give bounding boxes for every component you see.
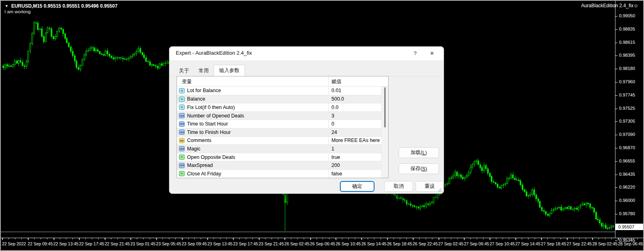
bid-price-badge: 0.95507 bbox=[615, 224, 644, 230]
time-tick bbox=[182, 238, 183, 240]
time-tick bbox=[618, 238, 619, 240]
time-label: 27 Sep 10:45 bbox=[490, 241, 514, 246]
price-tick bbox=[615, 175, 617, 175]
time-tick bbox=[593, 238, 593, 240]
price-label: 0.98395 bbox=[619, 53, 635, 58]
dialog-title: Expert - AuraBlackEdition 2.4_fix bbox=[176, 50, 252, 56]
time-label: 23 Sep 05:45 bbox=[156, 241, 181, 246]
help-button[interactable]: ? bbox=[409, 49, 421, 58]
time-label: 23 Sep 21:45 bbox=[259, 241, 284, 246]
price-label: 0.96870 bbox=[619, 145, 635, 150]
cancel-button[interactable]: 取消 bbox=[384, 181, 413, 192]
param-name: Magic bbox=[187, 146, 328, 152]
price-tick bbox=[615, 82, 617, 82]
load-label-end: ) bbox=[425, 150, 427, 156]
param-value[interactable]: false bbox=[331, 171, 342, 177]
input-params-table: 变量 赋值 ½Lot for Balance0.01½Balance500.0½… bbox=[177, 76, 389, 178]
param-row[interactable]: ~Close At Fridayfalse bbox=[177, 169, 388, 178]
param-value[interactable]: 0 bbox=[331, 121, 334, 127]
time-tick bbox=[362, 238, 362, 240]
time-label: 26 Sep 22:45 bbox=[413, 241, 438, 246]
price-tick bbox=[615, 109, 617, 109]
param-row[interactable]: ~Open Opposite Dealstrue bbox=[177, 153, 388, 161]
save-hotkey: S bbox=[422, 166, 425, 172]
time-label: 22 Sep 13:45 bbox=[53, 241, 78, 246]
dialog-titlebar[interactable]: Expert - AuraBlackEdition 2.4_fix ? ✕ bbox=[169, 47, 444, 60]
price-tick bbox=[615, 161, 617, 162]
scrollbar-thumb[interactable] bbox=[384, 87, 386, 128]
save-button[interactable]: 保存(S) bbox=[399, 163, 439, 174]
param-value[interactable]: 1 bbox=[331, 146, 334, 152]
int-type-icon: 123 bbox=[179, 121, 185, 127]
price-axis[interactable]: 0.990500.988350.986150.983950.981800.979… bbox=[615, 1, 644, 238]
price-label: 0.96000 bbox=[619, 198, 635, 203]
time-label: 27 Sep 06:45 bbox=[464, 241, 489, 246]
save-label: 保存( bbox=[410, 165, 422, 172]
tab-1[interactable]: 常用 bbox=[194, 66, 214, 76]
load-button[interactable]: 加载(L) bbox=[399, 147, 439, 158]
param-name: MaxSpread bbox=[187, 163, 328, 168]
param-value[interactable]: 0.01 bbox=[331, 88, 341, 93]
save-label-end: ) bbox=[426, 166, 427, 172]
price-label: 0.98180 bbox=[619, 66, 635, 71]
param-value[interactable]: 3 bbox=[331, 113, 334, 119]
price-label: 0.98835 bbox=[619, 27, 635, 31]
tab-2[interactable]: 输入参数 bbox=[214, 65, 245, 77]
time-tick bbox=[79, 238, 80, 240]
price-tick bbox=[615, 29, 617, 30]
price-label: 0.97090 bbox=[619, 132, 635, 137]
time-label: 23 Sep 13:45 bbox=[207, 241, 232, 246]
param-name: Time to Start Hour bbox=[187, 121, 328, 127]
time-label: 23 Sep 01:45 bbox=[130, 241, 155, 246]
symbol-dropdown-icon[interactable]: ▼ bbox=[5, 4, 8, 8]
param-value[interactable]: 0.0 bbox=[331, 105, 338, 110]
price-tick bbox=[615, 201, 617, 201]
param-row[interactable]: abCommentsMore FREE EAs here > FXProSyst… bbox=[177, 136, 388, 145]
price-label: 0.97525 bbox=[619, 106, 635, 111]
time-label: 23 Sep 09:45 bbox=[182, 241, 207, 246]
table-scrollbar[interactable] bbox=[381, 86, 388, 178]
bool-type-icon: ~ bbox=[179, 154, 185, 160]
price-label: 0.97305 bbox=[619, 119, 635, 123]
time-label: 27 Sep 02:45 bbox=[438, 241, 463, 246]
param-value[interactable]: 200 bbox=[331, 163, 340, 168]
double-type-icon: ½ bbox=[179, 105, 185, 110]
price-label: 0.96220 bbox=[619, 185, 635, 189]
time-label: 22 Sep 17:45 bbox=[79, 241, 104, 246]
param-value[interactable]: 24 bbox=[331, 130, 337, 135]
bool-type-icon: ~ bbox=[179, 171, 185, 176]
time-label: 22 Sep 21:45 bbox=[105, 241, 130, 246]
price-tick bbox=[615, 95, 617, 96]
param-row[interactable]: 123Time to Start Hour0 bbox=[177, 119, 388, 128]
param-name: Close At Friday bbox=[187, 171, 328, 177]
param-row[interactable]: 123MaxSpread200 bbox=[177, 161, 388, 169]
param-value[interactable]: 500.0 bbox=[331, 96, 344, 102]
time-tick bbox=[464, 238, 465, 240]
time-tick bbox=[516, 238, 516, 240]
close-icon[interactable]: ✕ bbox=[426, 49, 438, 58]
param-name: Time to Finish Hour bbox=[187, 130, 328, 135]
price-label: 0.95780 bbox=[619, 211, 635, 216]
param-name: Number of Opened Deals bbox=[187, 113, 328, 119]
tab-0[interactable]: 关于 bbox=[174, 66, 194, 76]
param-value[interactable]: true bbox=[331, 154, 340, 160]
price-tick bbox=[615, 16, 617, 16]
param-row[interactable]: 123Time to Finish Hour24 bbox=[177, 128, 388, 136]
time-axis-minor-ticks bbox=[2, 238, 643, 239]
price-label: 0.97960 bbox=[619, 79, 635, 84]
param-row[interactable]: ½Lot for Balance0.01 bbox=[177, 86, 388, 95]
param-name: Lot for Balance bbox=[187, 88, 328, 93]
resize-grip[interactable] bbox=[438, 188, 442, 192]
param-row[interactable]: ½Fix Lot(if 0 then Auto)0.0 bbox=[177, 103, 388, 111]
param-row[interactable]: ½Balance500.0 bbox=[177, 95, 388, 103]
time-tick bbox=[156, 238, 157, 240]
param-row[interactable]: 123Number of Opened Deals3 bbox=[177, 111, 388, 120]
param-value[interactable]: More FREE EAs here > FXProSystems.com bbox=[331, 138, 389, 143]
time-axis[interactable]: 22 Sep 202222 Sep 09:4522 Sep 13:4522 Se… bbox=[1, 238, 643, 251]
time-label: 23 Sep 17:45 bbox=[233, 241, 258, 246]
ok-button[interactable]: 确定 bbox=[340, 181, 374, 192]
time-label: 26 Sep 14:45 bbox=[361, 241, 386, 246]
param-row[interactable]: 123Magic1 bbox=[177, 144, 388, 153]
double-type-icon: ½ bbox=[179, 88, 185, 93]
param-name: Balance bbox=[187, 96, 328, 102]
